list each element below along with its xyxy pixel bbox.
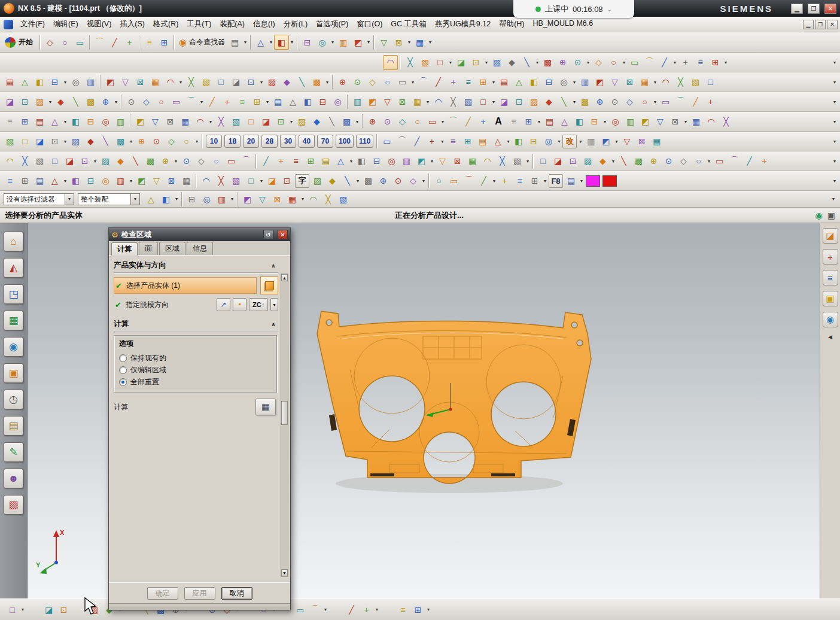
restore-button[interactable]: ❐	[808, 4, 820, 14]
toolbar-icon[interactable]: ╱	[476, 174, 491, 189]
menu-item-5[interactable]: 格式(R)	[149, 17, 182, 31]
dropdown-arrow-icon[interactable]: ▾	[723, 60, 729, 65]
toolbar-icon[interactable]: ⊠	[391, 35, 406, 50]
toolbar-icon[interactable]: ⊕	[98, 95, 113, 110]
dropdown-arrow-icon[interactable]: ▾	[421, 178, 427, 184]
toolbar-icon[interactable]: ╳	[321, 192, 336, 206]
toolbar-icon[interactable]: ◠	[704, 114, 719, 129]
dropdown-arrow-icon[interactable]: ▾	[491, 80, 497, 85]
toolbar-icon[interactable]: ⊙	[124, 95, 139, 110]
toolbar-icon[interactable]: ⌒	[727, 154, 742, 169]
toolbar-icon[interactable]: ◆	[325, 174, 340, 189]
dropdown-arrow-icon[interactable]: ▾	[579, 178, 585, 184]
toolbar-overflow-icon[interactable]: ▾	[832, 139, 838, 144]
toolbar-icon[interactable]: ⊡	[279, 174, 294, 189]
chevron-down-icon[interactable]: ⌄	[607, 6, 612, 13]
toolbar-icon[interactable]: □	[476, 95, 491, 110]
menu-item-6[interactable]: 工具(T)	[182, 17, 215, 31]
toolbar-icon[interactable]: ▥	[350, 95, 365, 110]
toolbar-icon[interactable]: ○	[380, 75, 395, 90]
toolbar-icon[interactable]: ╲	[128, 154, 143, 169]
toolbar-icon[interactable]: ╲	[340, 174, 355, 189]
toolbar-icon[interactable]: ⊕	[646, 154, 661, 169]
color-swatch-button[interactable]	[586, 175, 600, 187]
toolbar-icon[interactable]: ◇	[591, 55, 606, 70]
toolbar-icon[interactable]: ◪	[497, 95, 512, 110]
dropdown-arrow-icon[interactable]: ▾	[92, 159, 98, 164]
toolbar-icon[interactable]: △	[144, 192, 159, 206]
toolbar-icon[interactable]: ╱	[258, 154, 273, 169]
toolbar-icon[interactable]: ◪	[264, 174, 279, 189]
right-resource-tab-3[interactable]: ≡	[823, 270, 838, 285]
toolbar-icon[interactable]: ⊞	[521, 114, 536, 129]
toolbar-icon[interactable]: ≡	[506, 114, 521, 129]
toolbar-icon[interactable]: ⊕	[158, 154, 173, 169]
toolbar-icon[interactable]: ≡	[512, 174, 527, 189]
toolbar-overflow-icon[interactable]: ▾	[832, 178, 838, 184]
preset-number-button[interactable]: 70	[317, 135, 333, 148]
dropdown-arrow-icon[interactable]: ▾	[229, 196, 235, 202]
dialog-reset-button[interactable]: ↺	[263, 230, 273, 239]
tab-2[interactable]: 面	[139, 242, 158, 255]
toolbar-icon[interactable]: ◇	[365, 75, 380, 90]
toolbar-icon[interactable]: ▧	[2, 134, 17, 149]
toolbar-icon[interactable]: □	[47, 154, 62, 169]
toolbar-icon[interactable]: □	[244, 174, 258, 189]
dropdown-arrow-icon[interactable]: ▾	[483, 60, 489, 65]
toolbar-icon[interactable]: ≡	[142, 35, 157, 50]
toolbar-overflow-icon[interactable]: ▾	[832, 159, 838, 164]
start-button[interactable]: 开始	[2, 36, 38, 49]
dropdown-arrow-icon[interactable]: ▾	[613, 139, 619, 144]
toolbar-icon[interactable]: △	[512, 75, 526, 90]
section-calculate[interactable]: 计算 ∧	[114, 318, 278, 332]
dropdown-arrow-icon[interactable]: ▾	[330, 39, 336, 45]
dropdown-arrow-icon[interactable]: ▾	[62, 119, 68, 124]
toolbar-icon[interactable]: ◪	[62, 154, 77, 169]
resource-tab-1[interactable]: ⌂	[4, 232, 23, 251]
toolbar-icon[interactable]: ⊟	[541, 75, 556, 90]
toolbar-icon[interactable]: ▥	[583, 134, 598, 149]
toolbar-icon[interactable]: ⊞	[303, 154, 318, 169]
toolbar-icon[interactable]: ◧	[68, 114, 83, 129]
toolbar-icon[interactable]: ▨	[310, 174, 325, 189]
radio-option-1[interactable]: 保持现有的	[119, 352, 272, 364]
toolbar-icon[interactable]: ◪	[258, 114, 273, 129]
toolbar-icon[interactable]: ◎	[98, 114, 113, 129]
toolbar-icon[interactable]: △	[17, 75, 32, 90]
toolbar-icon[interactable]: ╳	[214, 114, 229, 129]
toolbar-icon[interactable]: ⊙	[607, 95, 622, 110]
dropdown-arrow-icon[interactable]: ▾	[20, 607, 26, 612]
toolbar-icon[interactable]: ▭	[379, 134, 394, 149]
toolbar-icon[interactable]: ◪	[41, 602, 56, 617]
toolbar-icon[interactable]: ╳	[495, 154, 510, 169]
menu-item-2[interactable]: 编辑(E)	[49, 17, 83, 31]
dropdown-arrow-icon[interactable]: ▾	[128, 139, 134, 144]
toolbar-icon[interactable]: ◪	[229, 75, 244, 90]
toolbar-icon[interactable]: ◇	[406, 174, 421, 189]
right-resource-tab-2[interactable]: +	[823, 249, 838, 265]
dialog-button-3[interactable]: 取消	[221, 587, 252, 600]
toolbar-icon[interactable]: ▥	[113, 114, 128, 129]
toolbar-icon[interactable]: ▤	[564, 174, 579, 189]
toolbar-text-button[interactable]: 改	[562, 135, 577, 148]
toolbar-icon[interactable]: ◩	[598, 134, 613, 149]
menu-item-3[interactable]: 视图(V)	[83, 17, 116, 31]
toolbar-icon[interactable]: ◆	[53, 95, 68, 110]
toolbar-icon[interactable]: ▤	[542, 114, 557, 129]
toolbar-icon[interactable]: ▨	[32, 95, 47, 110]
toolbar-icon[interactable]: △	[47, 174, 62, 189]
toolbar-icon[interactable]: ╳	[17, 154, 32, 169]
dropdown-arrow-icon[interactable]: ▾	[542, 178, 548, 184]
toolbar-icon[interactable]: ◎	[608, 114, 623, 129]
toolbar-icon[interactable]: ⊠	[634, 134, 649, 149]
menu-item-11[interactable]: 窗口(O)	[352, 17, 386, 31]
toolbar-icon[interactable]: ⊟	[83, 174, 98, 189]
toolbar-icon[interactable]: ╳	[673, 75, 688, 90]
calculate-button[interactable]: ▦	[255, 399, 276, 415]
radio-option-2[interactable]: 仅编辑区域	[119, 364, 272, 376]
toolbar-icon[interactable]: ◧	[32, 75, 47, 90]
toolbar-icon[interactable]: ▦	[637, 75, 652, 90]
toolbar-icon[interactable]: ◎	[199, 192, 214, 206]
dropdown-arrow-icon[interactable]: ▾	[194, 139, 200, 144]
toolbar-icon[interactable]: □	[17, 134, 32, 149]
